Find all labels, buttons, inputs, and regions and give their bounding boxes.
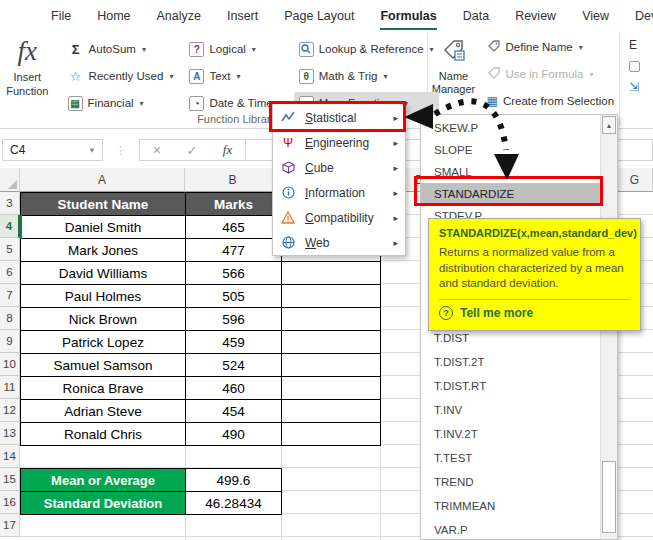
tab-formulas[interactable]: Formulas — [367, 2, 449, 28]
cell-marks[interactable]: 490 — [185, 422, 282, 446]
row-header-8[interactable]: 8 — [0, 307, 20, 330]
menu-item-web[interactable]: Web ▸ — [273, 230, 405, 255]
col-header-g[interactable]: G — [617, 168, 653, 192]
cell-result[interactable] — [281, 261, 381, 285]
cell-student-name[interactable]: Ronald Chris — [20, 422, 186, 446]
row-header-14[interactable]: 14 — [0, 445, 20, 468]
math-trig-button[interactable]: θ Math & Trig ▾ — [294, 65, 439, 87]
tab-file[interactable]: File — [38, 2, 84, 28]
tab-home[interactable]: Home — [84, 2, 143, 28]
cell-marks[interactable]: 460 — [185, 376, 282, 400]
autosum-button[interactable]: Σ AutoSum ▾ — [63, 38, 179, 60]
tab-view[interactable]: View — [569, 2, 622, 28]
cell-marks[interactable]: 465 — [185, 215, 282, 239]
enter-icon[interactable]: ✓ — [186, 143, 197, 158]
cell-marks[interactable]: 566 — [185, 261, 282, 285]
menu-item-information[interactable]: Information ▸ — [273, 180, 405, 205]
tab-page-layout[interactable]: Page Layout — [271, 2, 367, 28]
cell-student-name[interactable]: Paul Holmes — [20, 284, 186, 308]
cell-stddev-value[interactable]: 46.28434 — [185, 491, 282, 515]
col-header-b[interactable]: B — [185, 168, 281, 192]
menu-item-compatibility[interactable]: Compatibility ▸ — [273, 205, 405, 230]
create-from-selection-button[interactable]: ▦ Create from Selection — [482, 90, 620, 112]
logical-button[interactable]: ? Logical ▾ — [184, 38, 287, 60]
cell-marks[interactable]: 454 — [185, 399, 282, 423]
cell-student-name[interactable]: Ronica Brave — [20, 376, 186, 400]
menu-item-engineering[interactable]: Ψ Engineering ▸ — [273, 130, 405, 155]
insert-function-fx-icon[interactable]: fx — [223, 142, 232, 158]
row-header-12[interactable]: 12 — [0, 399, 20, 422]
cell-student-name[interactable]: Patrick Lopez — [20, 330, 186, 354]
row-header-3[interactable]: 3 — [0, 192, 20, 215]
row-header-11[interactable]: 11 — [0, 376, 20, 399]
cell-marks[interactable]: 524 — [185, 353, 282, 377]
row-header-15[interactable]: 15 — [0, 468, 20, 491]
submenu-item-t-dist-2t[interactable]: T.DIST.2T — [421, 350, 602, 374]
row-header-10[interactable]: 10 — [0, 353, 20, 376]
cell-result[interactable] — [281, 330, 381, 354]
cell-result[interactable] — [281, 422, 381, 446]
use-in-formula-button[interactable]: Use in Formula ▾ — [482, 63, 620, 85]
cell-marks[interactable]: 596 — [185, 307, 282, 331]
submenu-item-slope[interactable]: SLOPE — [421, 139, 602, 161]
submenu-item-t-inv-2t[interactable]: T.INV.2T — [421, 422, 602, 446]
submenu-item-trend[interactable]: TREND — [421, 470, 602, 494]
row-header-9[interactable]: 9 — [0, 330, 20, 353]
menu-item-cube[interactable]: Cube ▸ — [273, 155, 405, 180]
cancel-icon[interactable]: × — [153, 142, 161, 158]
cell-result[interactable] — [281, 399, 381, 423]
define-name-button[interactable]: Define Name ▾ — [482, 36, 620, 58]
submenu-item-skew-p[interactable]: SKEW.P — [421, 117, 602, 139]
cell-mean-label[interactable]: Mean or Average — [20, 468, 186, 492]
cell-student-name[interactable]: Samuel Samson — [20, 353, 186, 377]
insert-function-button[interactable]: fx Insert Function — [0, 30, 55, 128]
row-header-4[interactable]: 4 — [0, 215, 20, 238]
name-box[interactable]: C4 ▼ — [2, 139, 103, 161]
tab-analyze[interactable]: Analyze — [144, 2, 214, 28]
cell-marks[interactable]: 459 — [185, 330, 282, 354]
cell-result[interactable] — [281, 353, 381, 377]
cell-stddev-label[interactable]: Standard Deviation — [20, 491, 186, 515]
row-header-16[interactable]: 16 — [0, 491, 20, 514]
cell-student-name[interactable]: Adrian Steve — [20, 399, 186, 423]
submenu-item-t-test[interactable]: T.TEST — [421, 446, 602, 470]
cell-student-name[interactable]: David Williams — [20, 261, 186, 285]
cell-marks[interactable]: 477 — [185, 238, 282, 262]
namebox-caret-icon[interactable]: ▼ — [88, 146, 102, 155]
row-header-7[interactable]: 7 — [0, 284, 20, 307]
tab-data[interactable]: Data — [450, 2, 502, 28]
submenu-item-t-dist-rt[interactable]: T.DIST.RT — [421, 374, 602, 398]
row-header-13[interactable]: 13 — [0, 422, 20, 445]
tag-fx-icon — [487, 66, 501, 82]
cell-result[interactable] — [281, 307, 381, 331]
cell-result[interactable] — [281, 376, 381, 400]
tab-developer-partial[interactable]: Dev — [622, 2, 653, 28]
cell-result[interactable] — [281, 284, 381, 308]
text-button[interactable]: A Text ▾ — [184, 65, 287, 87]
name-tag-icon — [441, 53, 467, 67]
cell-marks-header[interactable]: Marks — [185, 192, 282, 216]
submenu-item-var-p[interactable]: VAR.P — [421, 518, 602, 540]
col-header-a[interactable]: A — [20, 168, 185, 192]
row-header-17[interactable]: 17 — [0, 514, 20, 537]
tell-me-more-link[interactable]: ? Tell me more — [439, 306, 630, 320]
lookup-reference-button[interactable]: Lookup & Reference ▾ — [294, 38, 439, 60]
scrollbar-thumb[interactable] — [602, 461, 616, 533]
cell-marks[interactable]: 505 — [185, 284, 282, 308]
scroll-up-icon[interactable]: ▲ — [602, 116, 616, 134]
submenu-item-trimmean[interactable]: TRIMMEAN — [421, 494, 602, 518]
cell-student-name[interactable]: Mark Jones — [20, 238, 186, 262]
row-header-6[interactable]: 6 — [0, 261, 20, 284]
cell-student-name[interactable]: Daniel Smith — [20, 215, 186, 239]
tab-insert[interactable]: Insert — [214, 2, 271, 28]
cell-student-name-header[interactable]: Student Name — [20, 192, 186, 216]
financial-button[interactable]: ▤ Financial ▾ — [63, 92, 179, 114]
row-header-5[interactable]: 5 — [0, 238, 20, 261]
recently-used-button[interactable]: ☆ Recently Used ▾ — [63, 65, 179, 87]
cell-student-name[interactable]: Nick Brown — [20, 307, 186, 331]
tab-review[interactable]: Review — [502, 2, 569, 28]
cell-mean-value[interactable]: 499.6 — [185, 468, 282, 492]
compatibility-icon — [280, 210, 296, 226]
submenu-item-t-inv[interactable]: T.INV — [421, 398, 602, 422]
select-all-corner[interactable] — [0, 168, 20, 192]
